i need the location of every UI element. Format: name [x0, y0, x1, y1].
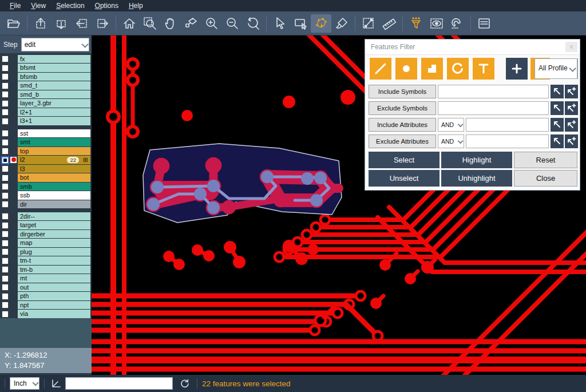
exclude-attributes-input[interactable] [466, 134, 549, 148]
unit-select[interactable]: Inch [10, 377, 39, 390]
select-button[interactable]: Select [369, 152, 440, 168]
layer-row-sst[interactable]: sst [0, 129, 92, 138]
features-filter-button[interactable] [406, 14, 426, 33]
layer-visibility-checkbox[interactable] [2, 91, 9, 98]
layer-visibility-checkbox[interactable] [2, 82, 9, 89]
add-filter-button[interactable] [506, 58, 528, 80]
panels-button[interactable] [474, 14, 494, 33]
layer-row-out[interactable]: out [0, 283, 92, 292]
layer-row-dirgerber[interactable]: dirgerber [0, 229, 92, 239]
rectangle-select-button[interactable] [290, 14, 311, 33]
zoom-out-button[interactable] [222, 14, 243, 33]
layer-row-bfsmt[interactable]: bfsmt [0, 64, 92, 73]
layer-visibility-checkbox[interactable] [2, 201, 9, 208]
layer-row-pth[interactable]: pth [0, 292, 92, 301]
layer-row-mt[interactable]: mt [0, 274, 92, 283]
box-arrow-down-button[interactable] [51, 14, 72, 33]
layer-row-smd_t[interactable]: smd_t [0, 81, 92, 90]
layer-row-ssb[interactable]: ssb [0, 191, 92, 200]
layer-row-map[interactable]: map [0, 239, 92, 248]
include-symbols-input[interactable] [438, 85, 549, 98]
layer-visibility-checkbox[interactable] [2, 275, 9, 282]
select-pointer-button[interactable] [270, 14, 290, 33]
layer-visibility-checkbox[interactable] [2, 56, 9, 62]
layer-visibility-checkbox[interactable] [2, 118, 9, 125]
unhighlight-button[interactable]: Unhighlight [441, 170, 512, 187]
layer-row-dir[interactable]: dir [0, 200, 92, 209]
layer-row-tm-t[interactable]: tm-t [0, 256, 92, 266]
layer-row-npt[interactable]: npt [0, 300, 92, 310]
menu-help[interactable]: Help [124, 2, 148, 10]
layer-row-smd_b[interactable]: smd_b [0, 90, 92, 99]
layer-row-bfsmb[interactable]: bfsmb [0, 72, 92, 81]
pick-add-attribute-button[interactable] [565, 134, 578, 148]
layer-visibility-checkbox[interactable] [2, 165, 9, 172]
box-arrow-left-button[interactable] [72, 14, 92, 33]
text-feature-button[interactable] [473, 58, 494, 80]
layer-row-l3p1[interactable]: l3+1 [0, 117, 92, 126]
ruler-button[interactable] [379, 14, 399, 33]
reset-button[interactable]: Reset [514, 152, 577, 168]
surface-feature-button[interactable] [421, 58, 443, 80]
layer-visibility-checkbox[interactable] [2, 65, 9, 72]
pick-attribute-button[interactable] [551, 118, 564, 132]
pick-add-symbol-button[interactable] [565, 85, 578, 98]
grid-icon[interactable]: ⊞ [83, 156, 88, 164]
pick-symbol-button[interactable] [551, 101, 564, 115]
layer-row-tm-b[interactable]: tm-b [0, 265, 92, 274]
menu-file[interactable]: File [5, 2, 26, 10]
layer-row-fx[interactable]: fx [0, 54, 92, 64]
layer-row-layer_3[interactable]: layer_3.gbr [0, 99, 92, 108]
menu-selection[interactable]: Selection [51, 2, 89, 10]
highlight-button[interactable]: Highlight [441, 152, 512, 168]
snap-button[interactable] [447, 14, 468, 33]
pick-attribute-button[interactable] [551, 134, 564, 148]
layer-visibility-checkbox[interactable] [2, 258, 9, 264]
layer-row-smt[interactable]: smt [0, 138, 92, 147]
box-arrow-right-button[interactable] [92, 14, 113, 33]
layer-visibility-checkbox-checked[interactable] [1, 156, 9, 164]
menu-options[interactable]: Options [90, 2, 124, 10]
view-visibility-button[interactable] [426, 14, 447, 33]
zoom-shape-button[interactable] [181, 14, 201, 33]
dialog-titlebar[interactable]: Features Filter x [365, 39, 580, 55]
pick-add-attribute-button[interactable] [565, 118, 578, 132]
layer-visibility-checkbox[interactable] [2, 73, 9, 80]
layer-visibility-checkbox[interactable] [2, 222, 9, 229]
box-arrow-up-button[interactable] [30, 14, 51, 33]
open-file-button[interactable] [3, 14, 24, 33]
layer-visibility-checkbox[interactable] [2, 109, 9, 116]
refresh-icon[interactable] [177, 377, 192, 390]
layer-row-target[interactable]: target [0, 221, 92, 230]
layer-visibility-checkbox[interactable] [2, 175, 9, 181]
layer-row-via[interactable]: via [0, 310, 92, 319]
close-button[interactable]: Close [514, 170, 577, 187]
layer-row-smb[interactable]: smb [0, 182, 92, 191]
pick-add-symbol-button[interactable] [565, 101, 578, 115]
exclude-symbols-button[interactable]: Exclude Symbols [369, 101, 436, 115]
zoom-previous-button[interactable] [243, 14, 263, 33]
layer-visibility-checkbox[interactable] [2, 148, 9, 155]
unselect-button[interactable]: Unselect [369, 170, 440, 187]
zoom-in-button[interactable] [201, 14, 222, 33]
exclude-attributes-operator-select[interactable]: AND [438, 134, 464, 148]
layer-row-l2p1[interactable]: l2+1 [0, 108, 92, 117]
layer-row-l3[interactable]: l3 [0, 164, 92, 173]
layer-visibility-checkbox[interactable] [2, 183, 9, 190]
layer-visibility-checkbox[interactable] [2, 284, 9, 291]
layer-visibility-checkbox[interactable] [2, 266, 9, 273]
pan-button[interactable] [160, 14, 181, 33]
arc-feature-button[interactable] [447, 58, 469, 80]
pad-feature-button[interactable] [395, 58, 417, 80]
layer-visibility-checkbox[interactable] [2, 213, 9, 220]
close-icon[interactable]: x [565, 42, 577, 52]
pick-symbol-button[interactable] [551, 85, 564, 98]
command-input[interactable] [65, 377, 173, 390]
layer-visibility-checkbox[interactable] [2, 130, 9, 137]
layer-row-bot[interactable]: bot [0, 173, 92, 183]
line-feature-button[interactable] [370, 58, 391, 80]
layer-visibility-checkbox[interactable] [2, 139, 9, 146]
include-symbols-button[interactable]: Include Symbols [369, 85, 436, 98]
profile-select[interactable]: All Profile [534, 58, 577, 79]
highlight-brush-button[interactable] [331, 14, 352, 33]
